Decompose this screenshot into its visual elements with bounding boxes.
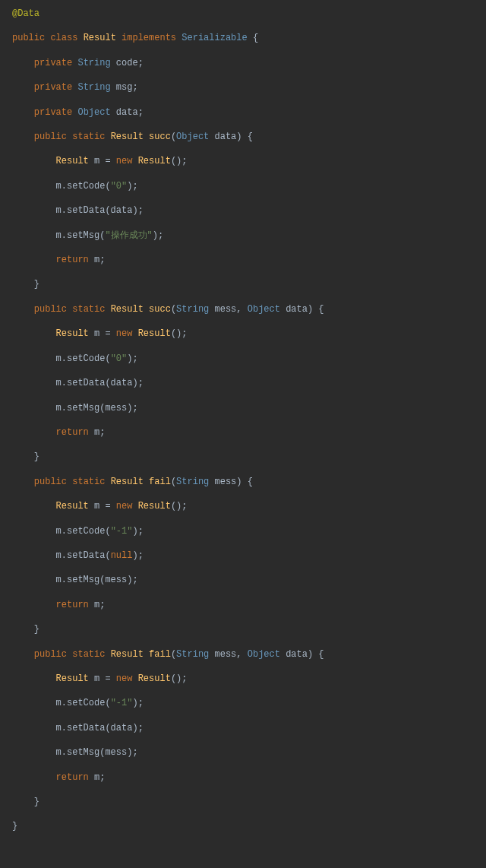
- type: String: [77, 82, 110, 93]
- stmt: m.setData(: [56, 550, 111, 561]
- kw-private: private: [34, 58, 72, 68]
- iface-name: Serializable: [181, 33, 247, 43]
- stmt: m.setData(data);: [56, 378, 144, 388]
- param-type: String: [176, 304, 209, 315]
- kw-return: return: [56, 600, 89, 610]
- kw-public: public: [34, 477, 67, 487]
- var: m =: [94, 156, 116, 166]
- stmt: m;: [89, 255, 106, 265]
- string: "0": [111, 181, 128, 192]
- paren: ) {: [236, 477, 253, 487]
- rest: ();: [171, 156, 188, 166]
- rest: ();: [171, 501, 188, 512]
- type: Result: [56, 501, 89, 512]
- kw-static: static: [72, 131, 105, 142]
- stmt: m.setCode(: [56, 353, 111, 364]
- brace: }: [12, 821, 17, 832]
- string: "0": [111, 353, 128, 364]
- kw-static: static: [72, 304, 105, 315]
- method-name: succ: [149, 131, 171, 142]
- param-name: mess,: [215, 649, 248, 660]
- ctor: Result: [138, 673, 171, 684]
- param-name: data: [215, 131, 237, 142]
- param-name: mess: [215, 477, 237, 487]
- stmt: );: [132, 550, 143, 561]
- field-name: data;: [116, 107, 144, 118]
- type: Result: [56, 673, 89, 684]
- paren: ) {: [236, 131, 253, 142]
- var: m =: [94, 328, 116, 339]
- stmt: m;: [89, 427, 106, 438]
- param-type: String: [176, 477, 209, 487]
- kw-public: public: [34, 304, 67, 315]
- type: String: [77, 58, 110, 68]
- kw-return: return: [56, 427, 89, 438]
- stmt: m.setMsg(: [56, 230, 106, 241]
- return-type: Result: [111, 477, 144, 487]
- field-name: msg;: [116, 82, 138, 93]
- param-type: Object: [248, 304, 280, 315]
- param-type: Object: [248, 649, 280, 660]
- stmt: m.setMsg(mess);: [56, 575, 138, 585]
- ctor: Result: [138, 156, 171, 166]
- brace: }: [34, 624, 39, 635]
- kw-new: new: [116, 501, 133, 512]
- ctor: Result: [138, 501, 171, 512]
- paren: (: [171, 131, 176, 142]
- kw-new: new: [116, 328, 133, 339]
- stmt: m.setMsg(mess);: [56, 403, 138, 413]
- paren: (: [171, 304, 176, 315]
- return-type: Result: [111, 304, 144, 315]
- stmt: );: [127, 181, 137, 192]
- paren: ) {: [308, 649, 324, 660]
- string: "-1": [111, 698, 133, 708]
- kw-private: private: [34, 82, 72, 93]
- code-block: @Data public class Result implements Ser…: [0, 0, 486, 841]
- string: "-1": [111, 526, 133, 537]
- kw-null: null: [111, 550, 133, 561]
- brace: {: [253, 33, 258, 43]
- brace: }: [34, 279, 39, 290]
- stmt: m.setCode(: [56, 698, 111, 708]
- stmt: );: [153, 230, 163, 241]
- rest: ();: [171, 328, 188, 339]
- string: "操作成功": [105, 230, 152, 241]
- kw-public: public: [12, 33, 45, 43]
- stmt: m.setMsg(mess);: [56, 747, 138, 758]
- kw-implements: implements: [122, 33, 176, 43]
- field-name: code;: [116, 58, 144, 68]
- paren: ) {: [308, 304, 324, 315]
- param-type: Object: [176, 131, 209, 142]
- stmt: m.setData(data);: [56, 723, 144, 733]
- var: m =: [94, 501, 116, 512]
- brace: }: [34, 797, 39, 807]
- rest: ();: [171, 673, 188, 684]
- var: m =: [94, 673, 116, 684]
- kw-public: public: [34, 131, 67, 142]
- stmt: m;: [89, 600, 106, 610]
- stmt: m.setCode(: [56, 181, 111, 192]
- paren: (: [171, 477, 176, 487]
- stmt: );: [132, 698, 143, 708]
- kw-new: new: [116, 673, 133, 684]
- class-name: Result: [84, 33, 116, 43]
- kw-private: private: [34, 107, 72, 118]
- method-name: fail: [149, 477, 171, 487]
- annotation: @Data: [12, 8, 39, 19]
- stmt: );: [127, 353, 137, 364]
- param-name: mess,: [215, 304, 248, 315]
- brace: }: [34, 451, 39, 462]
- stmt: m;: [89, 772, 106, 783]
- kw-class: class: [50, 33, 77, 43]
- paren: (: [171, 649, 176, 660]
- param-name: data: [286, 304, 308, 315]
- type: Result: [56, 328, 89, 339]
- kw-return: return: [56, 772, 89, 783]
- stmt: m.setData(data);: [56, 205, 144, 216]
- stmt: );: [132, 526, 143, 537]
- method-name: succ: [149, 304, 171, 315]
- kw-public: public: [34, 649, 67, 660]
- param-name: data: [286, 649, 308, 660]
- return-type: Result: [111, 131, 144, 142]
- method-name: fail: [149, 649, 171, 660]
